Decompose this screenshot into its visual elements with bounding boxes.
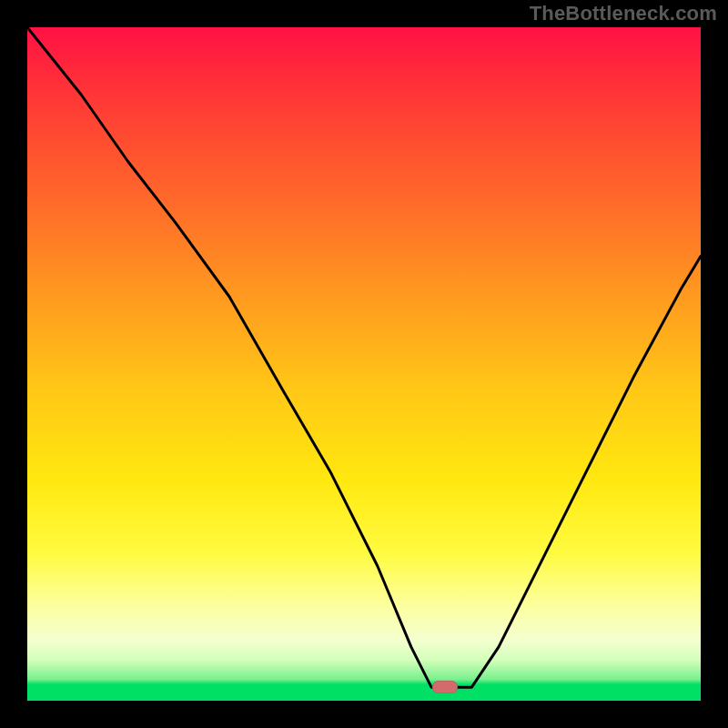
watermark-text: TheBottleneck.com	[530, 2, 717, 25]
curve-layer	[27, 27, 701, 701]
optimal-marker	[432, 681, 458, 693]
bottleneck-curve	[27, 27, 701, 687]
plot-area	[27, 27, 701, 701]
chart-frame: TheBottleneck.com	[0, 0, 728, 728]
